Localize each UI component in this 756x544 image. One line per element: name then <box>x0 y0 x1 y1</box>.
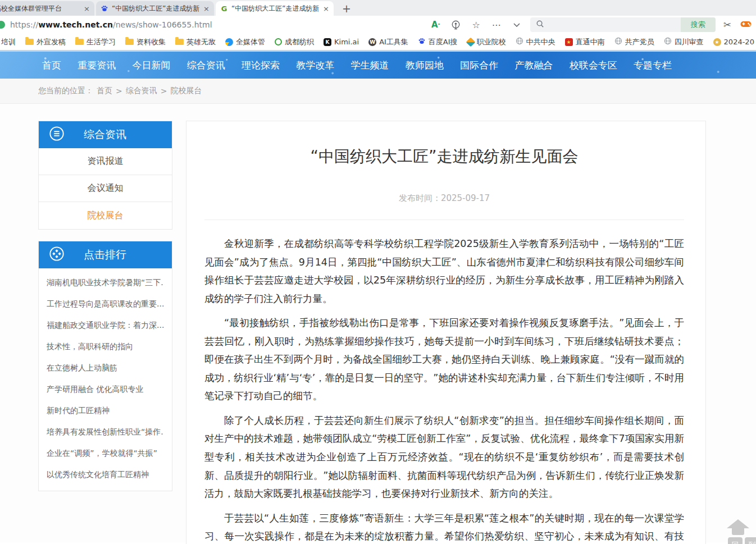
bookmark-item[interactable]: 中共中央 <box>516 37 555 47</box>
back-to-top-button[interactable]: 回 <box>728 537 743 544</box>
nav-item-theory[interactable]: 理论探索 <box>242 59 280 72</box>
nav-item-home[interactable]: 首页 <box>42 59 61 72</box>
bookmark-item[interactable]: KKimi.ai <box>324 38 359 46</box>
back-to-top-icon <box>727 519 749 528</box>
gamepad-icon[interactable] <box>740 20 752 30</box>
tab-title: “中国纺织大工匠”走进成纺新 <box>231 4 320 13</box>
bookmark-item[interactable]: ★2024-20 <box>713 38 754 46</box>
search-button[interactable]: 搜索 <box>681 17 716 32</box>
url-scheme: https:// <box>10 20 38 29</box>
address-bar: https://www.tech.net.cn/news/show-106655… <box>0 16 756 34</box>
nav-item-teacher-garden[interactable]: 教师园地 <box>406 59 444 72</box>
tab-3-active[interactable]: G “中国纺织大工匠”走进成纺新 × <box>216 1 334 16</box>
article-paragraph: 除了个人成长历程，于芸芸还向新生们展示了纺织人“创新求变”的担当。担任细纱车间操… <box>204 412 684 503</box>
sidebar-item-campus-showcase[interactable]: 院校展台 <box>39 202 172 229</box>
globe-icon <box>664 37 672 47</box>
rank-list-item[interactable]: 培养具有发展性创新性职业“操作... <box>47 421 164 442</box>
search-box[interactable]: 搜索 <box>530 17 716 32</box>
bird-icon <box>466 37 475 47</box>
article-paragraph: 金秋迎新季，在成都纺织高等专科学校纺织工程学院2025级新生入学教育系列活动中，… <box>204 235 684 308</box>
close-icon[interactable]: × <box>203 4 210 13</box>
favorite-star-icon[interactable]: ☆ <box>471 19 482 30</box>
main-navigation: 首页 重要资讯 今日新闻 综合资讯 理论探索 教学改革 学生频道 教师园地 国际… <box>0 52 756 79</box>
bookmark-item[interactable]: 全媒体管 <box>225 37 265 47</box>
bookmark-item[interactable]: 四川审查 <box>664 37 704 47</box>
rank-list-item[interactable]: 企业在“调频”，学校就得“共振” <box>47 442 164 464</box>
rank-list-item[interactable]: 以优秀传统文化培育工匠精神 <box>47 464 164 485</box>
bookmark-item[interactable]: ★直通中南 <box>565 37 605 47</box>
category-header: 综合资讯 <box>39 121 172 148</box>
gold-star-icon: ★ <box>713 38 721 46</box>
close-icon[interactable]: × <box>84 4 90 13</box>
breadcrumb-section[interactable]: 综合资讯 <box>126 86 157 96</box>
rank-list-item[interactable]: 新时代的工匠精神 <box>47 400 164 421</box>
tab-title: 博达高校全媒体群管理平台 <box>0 4 80 13</box>
site-security-icon[interactable] <box>0 21 5 29</box>
nav-item-today-news[interactable]: 今日新闻 <box>133 59 171 72</box>
baidu-paw-icon <box>418 37 426 47</box>
nav-item-teaching-reform[interactable]: 教学改革 <box>296 59 334 72</box>
nav-item-international[interactable]: 国际合作 <box>460 59 498 72</box>
back-to-top-widget[interactable]: 回 到 <box>717 519 756 544</box>
breadcrumb-prefix: 您当前的位置： <box>38 86 93 96</box>
translate-icon[interactable]: Aᵃ <box>430 19 441 30</box>
globe-icon <box>614 37 622 47</box>
nav-item-special-columns[interactable]: 专题专栏 <box>634 59 672 72</box>
rank-header: 点击排行 <box>39 241 172 268</box>
close-icon[interactable]: × <box>323 4 329 13</box>
article: “中国纺织大工匠”走进成纺新生见面会 发布时间：2025-09-17 金秋迎新季… <box>186 121 706 544</box>
breadcrumb: 您当前的位置： 首页 > 综合资讯 > 院校展台 <box>0 79 756 104</box>
folder-icon <box>175 39 184 45</box>
address-bar-actions: Aᵃ ☆ ⋯ <box>430 19 522 30</box>
sidebar-item-meeting-notice[interactable]: 会议通知 <box>39 175 172 202</box>
breadcrumb-separator: > <box>116 86 122 95</box>
rank-list-item[interactable]: 湖南机电职业技术学院暑期“三下... <box>47 272 164 293</box>
nav-item-student-channel[interactable]: 学生频道 <box>351 59 389 72</box>
bookmark-item[interactable]: 百度AI搜 <box>418 37 458 47</box>
bookmark-item[interactable]: 外宣发稿 <box>25 37 66 47</box>
nav-item-important-news[interactable]: 重要资讯 <box>78 59 116 72</box>
rank-list-item[interactable]: 在立德树人上动脑筋 <box>47 357 164 378</box>
kimi-icon: K <box>324 38 331 46</box>
tab-1[interactable]: 博达高校全媒体群管理平台 × <box>0 1 94 16</box>
bookmark-item[interactable]: 培训 <box>1 37 16 47</box>
article-paragraph: 于芸芸以“人生如莲，三度修炼”寄语新生：大学三年是积累“莲之根本”的关键时期，现… <box>204 509 684 544</box>
rank-list-item[interactable]: 产学研用融合 优化高职专业 <box>47 378 164 400</box>
tab-2[interactable]: “中国纺织大工匠”走进成纺新 × <box>96 1 214 16</box>
folder-icon <box>25 39 34 45</box>
rank-list-item[interactable]: 技术性，高职科研的指向 <box>47 336 164 357</box>
page-body: 首页 重要资讯 今日新闻 综合资讯 理论探索 教学改革 学生频道 教师园地 国际… <box>0 52 756 542</box>
bookmark-item[interactable]: 成都纺织 <box>275 37 314 47</box>
bookmark-item[interactable]: 资料收集 <box>125 37 166 47</box>
scissors-icon[interactable]: ✂ <box>723 19 731 30</box>
nav-item-association-zone[interactable]: 校联会专区 <box>570 59 617 72</box>
rank-list-item[interactable]: 福建船政交通职业学院：着力深... <box>47 314 164 336</box>
folder-icon <box>75 39 84 45</box>
nav-item-industry-education[interactable]: 产教融合 <box>514 59 553 72</box>
nav-item-comprehensive-news[interactable]: 综合资讯 <box>187 59 225 72</box>
new-tab-button[interactable]: + <box>335 2 359 16</box>
bookmark-item[interactable]: 生活学习 <box>75 37 116 47</box>
category-title: 综合资讯 <box>84 127 126 142</box>
rank-box: 点击排行 湖南机电职业技术学院暑期“三下... 工作过程导向是高职课改的重要..… <box>38 241 172 491</box>
more-icon[interactable]: ⋯ <box>491 19 502 30</box>
url-host: www.tech.net.cn <box>38 20 113 29</box>
back-to-top-button[interactable]: 到 <box>745 537 756 544</box>
sidebar-item-news-report[interactable]: 资讯报道 <box>39 148 172 175</box>
rank-list-item[interactable]: 工作过程导向是高职课改的重要... <box>47 293 164 314</box>
bookmark-item[interactable]: WAI工具集 <box>368 37 408 47</box>
url-path: /news/show-106655.html <box>113 20 212 29</box>
bookmark-item[interactable]: 共产党员 <box>614 37 654 47</box>
breadcrumb-current[interactable]: 院校展台 <box>170 86 202 96</box>
chevron-down-icon[interactable] <box>511 19 522 30</box>
toolbar-extras: ✂ <box>723 19 752 30</box>
lightbulb-icon[interactable] <box>450 19 462 30</box>
bookmark-item[interactable]: 职业院校 <box>467 37 506 47</box>
bookmark-item[interactable]: 英雄无敌 <box>175 37 216 47</box>
search-input[interactable] <box>549 17 681 32</box>
breadcrumb-home[interactable]: 首页 <box>97 86 112 96</box>
globe-icon <box>516 37 523 47</box>
green-ring-icon <box>275 38 282 45</box>
url-text[interactable]: https://www.tech.net.cn/news/show-106655… <box>10 20 212 29</box>
sidebar: 综合资讯 资讯报道 会议通知 院校展台 点击排行 湖南机电职业技术学院暑期“三下… <box>38 121 172 502</box>
